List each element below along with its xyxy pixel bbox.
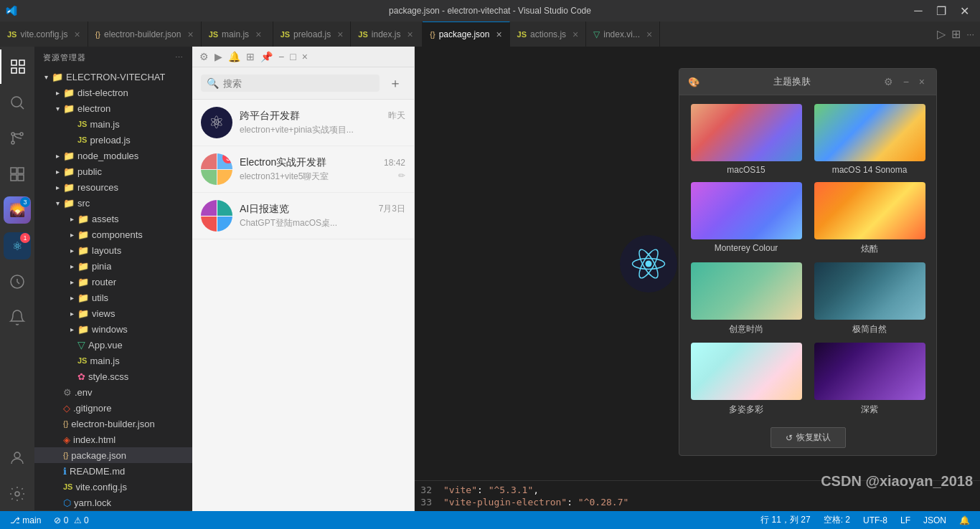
- spaces-setting[interactable]: 空格: 2: [821, 514, 853, 526]
- tree-readme[interactable]: ℹ README.md: [34, 463, 192, 479]
- tree-electron-builder[interactable]: {} electron-builder.json: [34, 416, 192, 432]
- theme-minimize-btn[interactable]: −: [900, 75, 912, 89]
- tree-env[interactable]: ⚙ .env: [34, 384, 192, 400]
- tree-yarn-lock[interactable]: ⬡ yarn.lock: [34, 495, 192, 510]
- tree-windows[interactable]: ▸ 📁 windows: [34, 321, 192, 337]
- line-ending[interactable]: LF: [897, 515, 913, 525]
- split-editor-button[interactable]: ⊞: [951, 27, 961, 41]
- minimize-button[interactable]: ─: [908, 3, 928, 19]
- theme-macos15[interactable]: macOS15: [688, 104, 804, 175]
- tree-main-src[interactable]: JS main.js: [34, 353, 192, 368]
- tab-electron-builder[interactable]: {} electron-builder.json ×: [88, 22, 202, 47]
- tree-electron[interactable]: ▾ 📁 electron: [34, 100, 192, 116]
- tree-preload-js[interactable]: JS preload.js: [34, 132, 192, 148]
- tab-close-icon[interactable]: ×: [573, 29, 578, 40]
- bell-icon[interactable]: 🔔: [228, 51, 240, 62]
- tree-src[interactable]: ▾ 📁 src: [34, 195, 192, 211]
- search-input[interactable]: [223, 78, 374, 89]
- activity-extensions[interactable]: [0, 157, 34, 191]
- chat-search-box[interactable]: 🔍: [201, 75, 380, 92]
- git-branch[interactable]: ⎇ main: [7, 515, 44, 525]
- tab-package-json[interactable]: {} package.json ×: [423, 22, 509, 47]
- tab-vite-config[interactable]: JS vite.config.js ×: [0, 22, 88, 47]
- tab-index-vue[interactable]: ▽ index.vi... ×: [586, 22, 660, 47]
- tree-components[interactable]: ▸ 📁 components: [34, 227, 192, 242]
- activity-bell[interactable]: [0, 300, 34, 335]
- close-button[interactable]: ✕: [954, 3, 974, 19]
- theme-minimal[interactable]: 极简自然: [811, 262, 928, 335]
- tree-main-js[interactable]: JS main.js: [34, 116, 192, 132]
- tab-close-icon[interactable]: ×: [187, 29, 193, 40]
- tree-index-html[interactable]: ◈ index.html: [34, 432, 192, 447]
- cursor-position[interactable]: 行 11，列 27: [758, 514, 813, 526]
- add-chat-button[interactable]: ＋: [385, 73, 405, 93]
- activity-settings[interactable]: [0, 477, 34, 511]
- tab-preload[interactable]: JS preload.js ×: [273, 22, 352, 47]
- activity-search[interactable]: [0, 85, 34, 120]
- tree-node-modules[interactable]: ▸ 📁 node_modules: [34, 148, 192, 163]
- more-actions-button[interactable]: ···: [966, 29, 974, 39]
- theme-name-creative: 创意时尚: [729, 323, 763, 335]
- tree-views[interactable]: ▸ 📁 views: [34, 305, 192, 321]
- encoding[interactable]: UTF-8: [860, 515, 890, 525]
- tree-style-scss[interactable]: ✿ style.scss: [34, 368, 192, 384]
- restore-button[interactable]: ❐: [931, 3, 951, 19]
- tab-close-icon[interactable]: ×: [75, 29, 80, 40]
- theme-monterey[interactable]: Monterey Colour: [688, 182, 804, 255]
- activity-chat-sidebar[interactable]: 🌄 3: [0, 193, 34, 227]
- tree-gitignore[interactable]: ◇ .gitignore: [34, 400, 192, 416]
- tab-close-icon[interactable]: ×: [646, 29, 652, 40]
- tab-actions[interactable]: JS actions.js ×: [510, 22, 587, 47]
- theme-cool[interactable]: 炫酷: [811, 182, 928, 255]
- arrow-icon: ▸: [52, 89, 63, 97]
- activity-scm[interactable]: [0, 121, 34, 156]
- theme-close-btn[interactable]: ×: [916, 75, 928, 89]
- tree-dist-electron[interactable]: ▸ 📁 dist-electron: [34, 85, 192, 100]
- theme-creative[interactable]: 创意时尚: [688, 262, 804, 335]
- settings-icon[interactable]: ⚙: [199, 51, 209, 62]
- language-mode[interactable]: JSON: [920, 515, 949, 525]
- chat-item-3[interactable]: AI日报速览 7月3日 ChatGPT登陆macOS桌...: [192, 193, 414, 239]
- tree-app-vue[interactable]: ▽ App.vue: [34, 337, 192, 353]
- tree-router[interactable]: ▸ 📁 router: [34, 274, 192, 290]
- close-chat-icon[interactable]: ×: [302, 51, 308, 62]
- theme-colorful[interactable]: 多姿多彩: [688, 343, 804, 416]
- errors-count[interactable]: ⊘ 0 ⚠ 0: [51, 515, 91, 525]
- tree-resources[interactable]: ▸ 📁 resources: [34, 179, 192, 195]
- tree-pinia[interactable]: ▸ 📁 pinia: [34, 258, 192, 274]
- tab-close-icon[interactable]: ×: [496, 29, 501, 40]
- activity-account[interactable]: [0, 441, 34, 475]
- activity-chat2[interactable]: ⚛ 1: [0, 229, 34, 263]
- run-button[interactable]: ▷: [937, 27, 946, 41]
- tab-close-icon[interactable]: ×: [255, 29, 261, 40]
- tree-root[interactable]: ▾ 📁 ELECTRON-VITECHAT: [34, 69, 192, 85]
- notifications[interactable]: 🔔: [956, 515, 973, 525]
- tree-package-json[interactable]: {} package.json: [34, 447, 192, 463]
- pin-icon[interactable]: 📌: [260, 51, 273, 62]
- tab-close-icon[interactable]: ×: [407, 29, 413, 40]
- activity-explorer[interactable]: [0, 49, 34, 84]
- restore-chat-icon[interactable]: □: [290, 51, 296, 62]
- tree-public[interactable]: ▸ 📁 public: [34, 163, 192, 179]
- restore-default-button[interactable]: ↺ 恢复默认: [771, 427, 846, 448]
- tab-main[interactable]: JS main.js ×: [202, 22, 273, 47]
- arrow-icon: ▾: [40, 73, 52, 81]
- activity-debug[interactable]: [0, 264, 34, 299]
- tab-index-js[interactable]: JS index.js ×: [351, 22, 423, 47]
- chat-item-1[interactable]: ⚛ 跨平台开发群 昨天 electron+vite+pinia实战项目...: [192, 100, 414, 146]
- svg-point-2: [20, 133, 23, 135]
- theme-purple[interactable]: 深紫: [811, 343, 928, 416]
- js-file-icon: JS: [77, 135, 87, 144]
- tree-layouts[interactable]: ▸ 📁 layouts: [34, 242, 192, 258]
- minimize-chat-icon[interactable]: −: [278, 51, 284, 62]
- new-file-icon[interactable]: ⋯: [175, 53, 184, 62]
- tree-utils[interactable]: ▸ 📁 utils: [34, 290, 192, 305]
- tree-vite-config[interactable]: JS vite.config.js: [34, 479, 192, 495]
- tree-assets[interactable]: ▸ 📁 assets: [34, 211, 192, 227]
- play-icon[interactable]: ▶: [215, 51, 222, 62]
- chat-item-2[interactable]: 3 Electron实战开发群 18:42 electron31+vite5聊天…: [192, 146, 414, 193]
- theme-macos14[interactable]: macOS 14 Sonoma: [811, 104, 928, 175]
- theme-settings-btn[interactable]: ⚙: [881, 75, 896, 89]
- tab-close-icon[interactable]: ×: [337, 29, 343, 40]
- grid-icon[interactable]: ⊞: [246, 51, 255, 62]
